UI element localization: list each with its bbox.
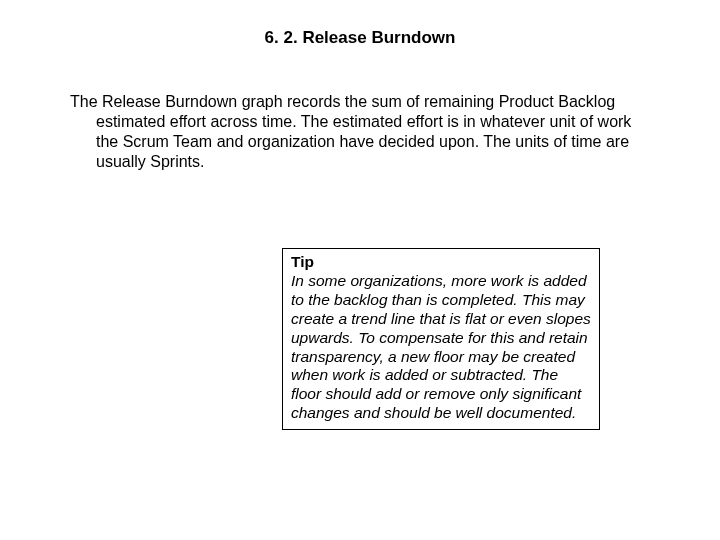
body-paragraph: The Release Burndown graph records the s… [70, 92, 640, 172]
tip-title: Tip [291, 253, 591, 272]
page: 6. 2. Release Burndown The Release Burnd… [0, 0, 720, 540]
tip-body: In some organizations, more work is adde… [291, 272, 591, 423]
section-heading: 6. 2. Release Burndown [0, 28, 720, 48]
body-paragraph-text: The Release Burndown graph records the s… [70, 92, 640, 172]
tip-box: Tip In some organizations, more work is … [282, 248, 600, 430]
